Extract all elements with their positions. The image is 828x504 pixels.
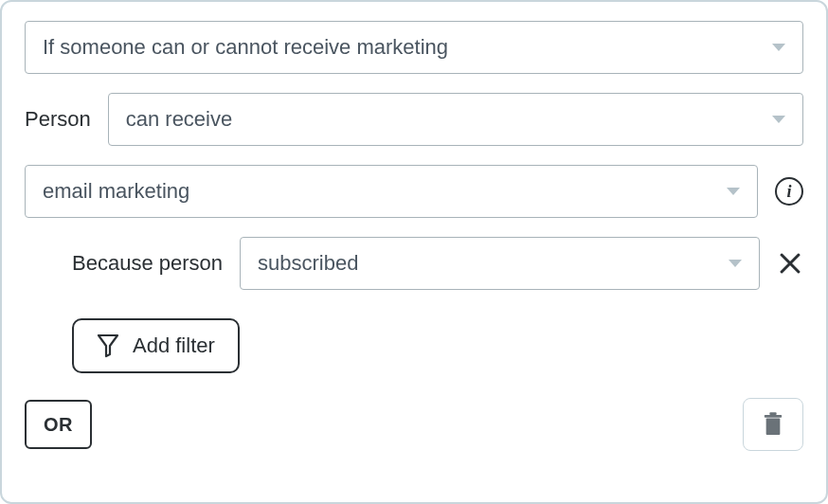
svg-rect-2 [769,412,776,415]
reason-select[interactable]: subscribed [240,237,760,290]
person-row: Person can receive [25,93,803,146]
person-can-select-value: can receive [126,107,233,132]
chevron-down-icon [772,116,785,123]
or-button[interactable]: OR [25,400,92,449]
or-label: OR [44,414,73,435]
trash-icon [763,412,783,437]
chevron-down-icon [727,188,740,195]
condition-select[interactable]: If someone can or cannot receive marketi… [25,21,803,74]
funnel-icon [97,333,119,358]
info-icon[interactable]: i [775,177,803,206]
channel-row: email marketing i [25,165,803,218]
channel-select[interactable]: email marketing [25,165,758,218]
condition-select-value: If someone can or cannot receive marketi… [43,35,448,60]
svg-rect-0 [766,419,781,435]
person-can-select[interactable]: can receive [108,93,803,146]
reason-select-value: subscribed [258,251,358,276]
add-filter-button[interactable]: Add filter [72,318,240,373]
close-icon[interactable] [777,250,803,277]
bottom-row: OR [25,398,803,451]
svg-rect-1 [765,415,782,418]
chevron-down-icon [729,260,742,267]
chevron-down-icon [772,44,785,51]
because-row: Because person subscribed [25,237,803,290]
channel-select-value: email marketing [43,179,189,204]
condition-row: If someone can or cannot receive marketi… [25,21,803,74]
because-label: Because person [72,251,223,276]
delete-button[interactable] [743,398,803,451]
person-label: Person [25,107,91,132]
add-filter-label: Add filter [133,333,215,358]
filter-panel: If someone can or cannot receive marketi… [0,0,828,504]
